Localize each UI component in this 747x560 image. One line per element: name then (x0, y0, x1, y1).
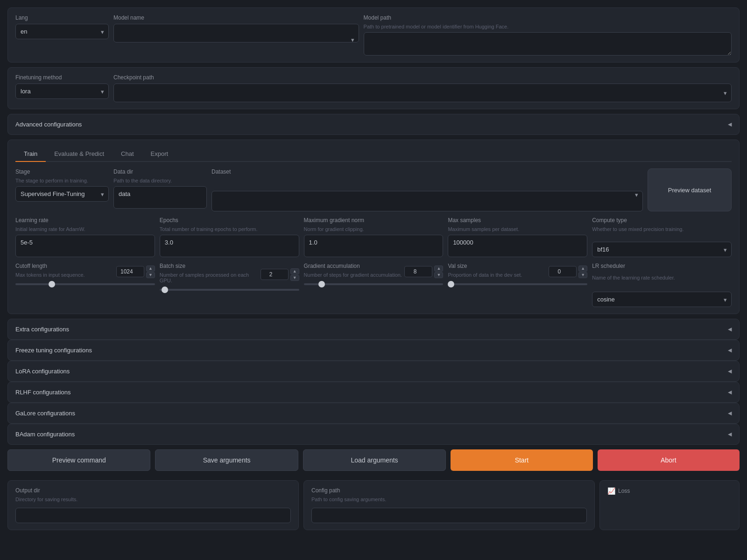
config-path-label: Config path (311, 487, 587, 494)
cutoff-length-up[interactable]: ▲ (146, 266, 155, 272)
dataset-select[interactable] (211, 191, 643, 211)
lr-scheduler-label: LR scheduler (592, 263, 732, 269)
collapsible-1[interactable]: Freeze tuning configurations ◀ (7, 340, 740, 361)
tab-chat[interactable]: Chat (113, 147, 142, 162)
data-dir-label: Data dir (113, 168, 207, 175)
output-dir-card: Output dir Directory for saving results. (7, 480, 299, 530)
config-path-card: Config path Path to config saving argume… (303, 480, 595, 530)
gradient-accumulation-sublabel: Number of steps for gradient accumulatio… (304, 272, 402, 278)
lr-scheduler-select[interactable]: cosine linear constant polynomial (592, 292, 732, 307)
compute-type-sublabel: Whether to use mixed precision training. (592, 226, 732, 232)
lang-select[interactable]: en zh fr de (15, 24, 109, 39)
save-arguments-button[interactable]: Save arguments (155, 449, 298, 471)
batch-size-up[interactable]: ▲ (290, 268, 299, 274)
tab-evaluate-predict[interactable]: Evaluate & Predict (46, 147, 113, 162)
cutoff-length-input[interactable] (116, 266, 144, 277)
lr-scheduler-field: LR scheduler Name of the learning rate s… (592, 263, 732, 307)
checkpoint-path-label: Checkpoint path (113, 74, 732, 81)
bottom-action-bar: Preview command Save arguments Load argu… (7, 449, 740, 476)
tab-train[interactable]: Train (15, 147, 46, 162)
cutoff-length-slider[interactable] (15, 283, 155, 285)
loss-icon: 📈 (607, 487, 615, 495)
learning-rate-label: Learning rate (15, 217, 155, 224)
stage-sublabel: The stage to perform in training. (15, 178, 109, 183)
val-size-sublabel: Proportion of data in the dev set. (448, 272, 522, 278)
collapsible-5[interactable]: BAdam configurations ◀ (7, 424, 740, 445)
batch-size-input[interactable] (261, 269, 289, 280)
model-path-label: Model path (364, 14, 732, 21)
val-size-up[interactable]: ▲ (578, 266, 587, 272)
tabs-bar: Train Evaluate & Predict Chat Export (15, 147, 732, 162)
collapsible-arrow-0: ◀ (728, 326, 732, 332)
model-path-sublabel: Path to pretrained model or model identi… (364, 24, 732, 29)
val-size-down[interactable]: ▼ (578, 272, 587, 278)
collapsible-arrow-2: ◀ (728, 368, 732, 374)
collapsible-3[interactable]: RLHF configurations ◀ (7, 382, 740, 403)
collapsible-label-5: BAdam configurations (15, 431, 75, 438)
preview-dataset-button[interactable]: Preview dataset (648, 168, 732, 211)
output-dir-input[interactable] (15, 508, 291, 523)
gradient-accumulation-slider[interactable] (304, 283, 444, 285)
epochs-field: Epochs Total number of training epochs t… (160, 217, 299, 257)
epochs-label: Epochs (160, 217, 299, 224)
finetuning-method-select[interactable]: lora full freeze (15, 84, 109, 99)
gradient-accumulation-up[interactable]: ▲ (434, 266, 443, 272)
loss-card: 📈 Loss (599, 480, 740, 530)
abort-button[interactable]: Abort (598, 449, 740, 471)
compute-type-select[interactable]: bf16 fp16 fp32 (592, 242, 732, 257)
advanced-configurations-section[interactable]: Advanced configurations ◀ (7, 114, 740, 135)
stage-select[interactable]: Supervised Fine-Tuning Reward Modeling P… (15, 186, 109, 202)
val-size-field: Val size Proportion of data in the dev s… (448, 263, 587, 307)
checkpoint-path-select[interactable] (113, 84, 732, 102)
batch-size-down[interactable]: ▼ (290, 275, 299, 281)
cutoff-length-field: Cutoff length Max tokens in input sequen… (15, 263, 155, 307)
start-button[interactable]: Start (451, 449, 592, 471)
lang-label: Lang (15, 14, 109, 21)
max-samples-sublabel: Maximum samples per dataset. (448, 226, 587, 232)
gradient-accumulation-down[interactable]: ▼ (434, 272, 443, 278)
epochs-input[interactable]: 3.0 (160, 235, 299, 257)
output-bar: Output dir Directory for saving results.… (7, 480, 740, 530)
learning-rate-input[interactable]: 5e-5 (15, 235, 155, 257)
cutoff-length-sublabel: Max tokens in input sequence. (15, 272, 85, 278)
max-samples-input[interactable]: 100000 (448, 235, 587, 257)
val-size-slider[interactable] (448, 283, 587, 285)
collapsible-label-2: LoRA configurations (15, 368, 70, 375)
load-arguments-button[interactable]: Load arguments (303, 449, 446, 471)
batch-size-label: Batch size (160, 263, 261, 269)
max-grad-norm-input[interactable]: 1.0 (304, 235, 444, 257)
tab-export[interactable]: Export (142, 147, 177, 162)
data-dir-sublabel: Path to the data directory. (113, 178, 207, 183)
stage-field: Stage The stage to perform in training. … (15, 168, 109, 211)
data-dir-input[interactable]: data (113, 186, 207, 209)
config-path-input[interactable] (311, 508, 587, 523)
model-path-input[interactable] (364, 32, 732, 56)
preview-command-button[interactable]: Preview command (7, 449, 150, 471)
collapsible-arrow-3: ◀ (728, 389, 732, 395)
max-grad-norm-field: Maximum gradient norm Norm for gradient … (304, 217, 444, 257)
learning-rate-sublabel: Initial learning rate for AdamW. (15, 226, 155, 232)
collapsible-label-1: Freeze tuning configurations (15, 347, 92, 354)
val-size-input[interactable] (549, 266, 577, 277)
cutoff-length-label: Cutoff length (15, 263, 85, 269)
collapsible-0[interactable]: Extra configurations ◀ (7, 319, 740, 340)
batch-size-slider[interactable] (160, 289, 299, 291)
compute-type-label: Compute type (592, 217, 732, 224)
output-dir-label: Output dir (15, 487, 291, 494)
data-dir-field: Data dir Path to the data directory. dat… (113, 168, 207, 211)
collapsible-2[interactable]: LoRA configurations ◀ (7, 361, 740, 382)
output-dir-sublabel: Directory for saving results. (15, 497, 291, 502)
cutoff-length-down[interactable]: ▼ (146, 272, 155, 278)
lr-scheduler-sublabel: Name of the learning rate scheduler. (592, 275, 732, 280)
collapsible-label-3: RLHF configurations (15, 389, 71, 396)
max-grad-norm-sublabel: Norm for gradient clipping. (304, 226, 444, 232)
collapsible-label-4: GaLore configurations (15, 410, 75, 417)
collapsible-arrow-4: ◀ (728, 410, 732, 416)
model-name-select[interactable] (113, 24, 359, 42)
advanced-configurations-label: Advanced configurations (15, 121, 82, 128)
gradient-accumulation-input[interactable] (404, 266, 432, 277)
collapsible-4[interactable]: GaLore configurations ◀ (7, 403, 740, 424)
collapsible-label-0: Extra configurations (15, 326, 69, 333)
model-name-label: Model name (113, 14, 359, 21)
gradient-accumulation-field: Gradient accumulation Number of steps fo… (304, 263, 444, 307)
